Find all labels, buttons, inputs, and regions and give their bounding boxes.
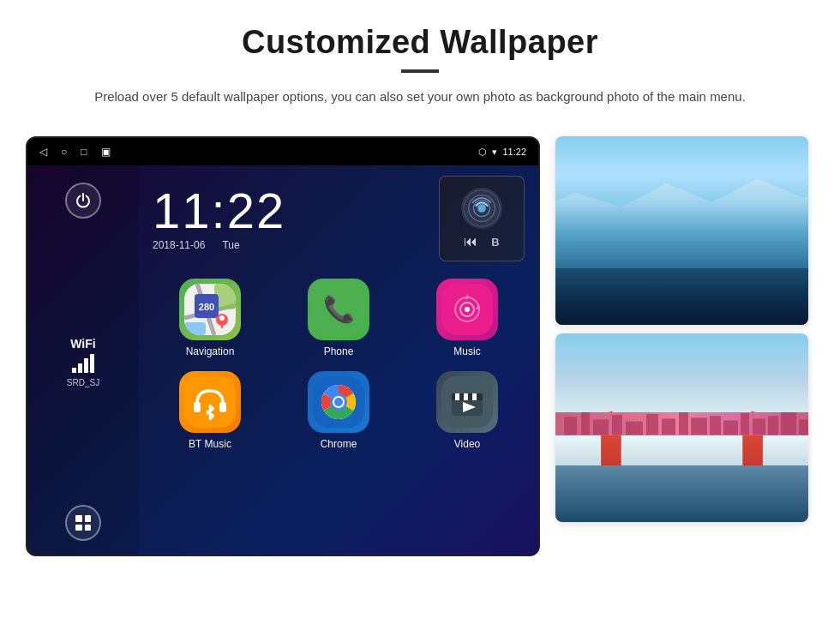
page-title: Customized Wallpaper — [51, 24, 789, 61]
clock-day-text: Tue — [222, 239, 239, 251]
svg-rect-39 — [472, 393, 477, 400]
svg-rect-48 — [679, 412, 688, 435]
main-screen-content: 11:22 2018-11-06 Tue — [139, 165, 538, 556]
svg-rect-13 — [184, 322, 206, 335]
svg-rect-41 — [564, 417, 577, 435]
glacier-image — [555, 136, 808, 325]
svg-point-33 — [334, 398, 343, 406]
clock-widget: 11:22 2018-11-06 Tue — [153, 186, 285, 251]
phone-app-label: Phone — [324, 345, 354, 357]
svg-rect-56 — [799, 420, 808, 435]
phone-app-icon: 📞 — [308, 279, 369, 340]
power-button[interactable] — [65, 183, 101, 219]
app-item-video[interactable]: Video — [410, 371, 525, 450]
app-item-bt-music[interactable]: BT Music — [153, 371, 267, 450]
svg-rect-47 — [662, 419, 675, 435]
app-item-navigation[interactable]: 280 Navigation — [153, 279, 267, 357]
music-app-label: Music — [453, 345, 480, 357]
chrome-app-label: Chrome — [321, 438, 357, 450]
android-screen: WiFi SRD_SJ — [27, 165, 538, 556]
svg-rect-45 — [626, 422, 643, 435]
app-item-music[interactable]: ♪ ♪ Music — [410, 279, 525, 357]
svg-rect-43 — [593, 420, 609, 435]
svg-rect-49 — [691, 418, 707, 435]
svg-rect-54 — [768, 417, 778, 435]
status-time: 11:22 — [502, 147, 526, 157]
prev-track-button[interactable]: ⏮ — [464, 234, 477, 249]
svg-point-17 — [219, 315, 225, 321]
media-icon — [461, 188, 502, 229]
svg-point-23 — [465, 307, 470, 312]
wifi-bars — [67, 354, 99, 376]
svg-rect-44 — [612, 416, 622, 435]
glacier-wallpaper-preview[interactable] — [555, 136, 808, 325]
status-bar-right: ⬡ ▾ 11:22 — [478, 147, 526, 158]
track-label: B — [491, 236, 499, 249]
title-divider — [401, 69, 439, 73]
page-description: Preload over 5 default wallpaper options… — [94, 87, 746, 107]
svg-rect-0 — [72, 368, 76, 373]
svg-rect-52 — [741, 413, 749, 435]
video-app-label: Video — [454, 438, 480, 450]
wallpaper-previews — [555, 136, 808, 522]
svg-rect-53 — [753, 419, 765, 435]
bt-music-app-icon — [179, 371, 241, 433]
svg-text:280: 280 — [199, 302, 214, 312]
status-bar: ◁ ○ □ ▣ ⬡ ▾ 11:22 — [27, 138, 538, 165]
content-area: ◁ ○ □ ▣ ⬡ ▾ 11:22 — [0, 121, 840, 565]
video-app-icon — [436, 371, 498, 433]
svg-rect-42 — [581, 412, 590, 435]
svg-text:♪: ♪ — [465, 291, 470, 301]
chrome-app-icon — [308, 371, 369, 433]
wifi-widget: WiFi SRD_SJ — [67, 337, 99, 387]
svg-rect-37 — [455, 393, 459, 400]
status-bar-left: ◁ ○ □ ▣ — [39, 146, 111, 158]
clock-date-text: 2018-11-06 — [153, 239, 205, 251]
svg-rect-51 — [723, 421, 738, 435]
svg-rect-38 — [464, 393, 468, 400]
apps-button[interactable] — [65, 505, 101, 541]
svg-rect-3 — [90, 354, 94, 373]
media-controls: ⏮ B — [464, 234, 499, 249]
navigation-app-label: Navigation — [186, 345, 235, 357]
back-nav-icon[interactable]: ◁ — [39, 146, 47, 158]
clock-info: 2018-11-06 Tue — [153, 239, 285, 251]
bridge-wallpaper-preview[interactable] — [555, 333, 808, 522]
media-widget[interactable]: ⏮ B — [439, 176, 525, 261]
svg-rect-2 — [84, 358, 88, 373]
clock-time: 11:22 — [153, 186, 285, 236]
android-device: ◁ ○ □ ▣ ⬡ ▾ 11:22 — [26, 136, 540, 556]
wifi-network-name: SRD_SJ — [67, 378, 99, 387]
recent-nav-icon[interactable]: □ — [81, 146, 87, 158]
svg-text:📞: 📞 — [323, 294, 356, 325]
page-header: Customized Wallpaper Preload over 5 defa… — [0, 0, 840, 121]
app-item-chrome[interactable]: Chrome — [281, 371, 396, 450]
wifi-label: WiFi — [67, 337, 99, 351]
home-nav-icon[interactable]: ○ — [61, 146, 67, 158]
screenshot-icon[interactable]: ▣ — [101, 146, 111, 158]
svg-point-7 — [477, 204, 486, 213]
svg-rect-27 — [194, 402, 201, 412]
navigation-app-icon: 280 — [179, 279, 241, 340]
apps-grid-icon — [75, 515, 91, 531]
svg-text:♪: ♪ — [476, 302, 480, 311]
left-sidebar: WiFi SRD_SJ — [27, 165, 139, 556]
svg-rect-28 — [219, 402, 226, 412]
bridge-image — [555, 333, 808, 522]
wifi-status-icon: ▾ — [492, 147, 497, 158]
app-grid: 280 Navigation — [153, 279, 525, 450]
svg-rect-46 — [646, 415, 658, 435]
app-item-phone[interactable]: 📞 Phone — [281, 279, 396, 357]
location-status-icon: ⬡ — [478, 147, 487, 158]
clock-row: 11:22 2018-11-06 Tue — [153, 176, 525, 261]
svg-rect-1 — [78, 363, 82, 373]
svg-rect-50 — [710, 417, 721, 435]
svg-rect-55 — [781, 412, 796, 435]
music-app-icon: ♪ ♪ — [436, 279, 498, 340]
bt-music-app-label: BT Music — [189, 438, 231, 450]
